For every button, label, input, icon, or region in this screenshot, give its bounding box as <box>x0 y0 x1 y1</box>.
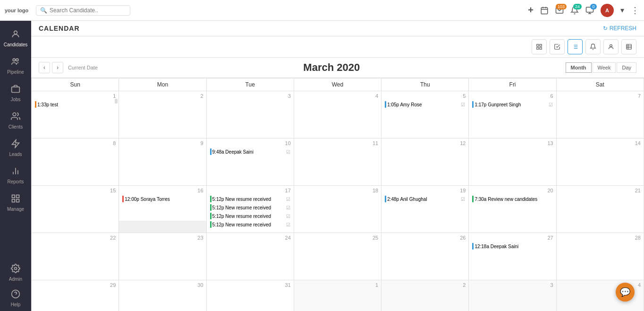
svg-point-9 <box>13 59 15 61</box>
mail-badge: 103 <box>556 4 567 9</box>
calendar-event[interactable]: 1:05p Amy Rose☑ <box>383 101 466 108</box>
calendar-day[interactable]: 3 <box>469 280 556 311</box>
check-view-button[interactable] <box>550 39 565 54</box>
calendar-day[interactable]: 2712:18a Deepak Saini <box>469 233 556 280</box>
view-buttons: Month Week Day <box>566 62 636 73</box>
person-view-button[interactable] <box>603 39 619 54</box>
calendar-day[interactable]: 23 <box>119 233 206 280</box>
calendar-event[interactable]: 5:12p New resume received☑ <box>209 204 292 211</box>
calendar-day[interactable]: 31 <box>206 280 294 311</box>
calendar-day[interactable]: 109:48a Deepak Saini☑ <box>206 138 294 186</box>
sidebar-item-reports[interactable]: Reports <box>0 163 31 188</box>
calendar-day[interactable]: 1 <box>294 280 381 311</box>
calendar-day[interactable]: 4 <box>294 91 381 138</box>
day-number: 25 <box>296 234 379 242</box>
calendar-day[interactable]: 13 <box>469 138 556 186</box>
avatar[interactable]: A <box>601 4 614 17</box>
more-options-icon[interactable]: ⋮ <box>631 5 639 16</box>
reports-icon <box>11 166 20 178</box>
calendar-day[interactable]: 11:33p test <box>32 91 119 138</box>
leads-icon <box>11 139 20 151</box>
next-month-button[interactable]: › <box>52 62 63 73</box>
calendar-day[interactable]: 2 <box>119 91 206 138</box>
search-box[interactable]: 🔍 <box>36 5 130 16</box>
calendar-day[interactable]: 8 <box>32 138 119 186</box>
sidebar-item-candidates[interactable]: Candidates <box>0 26 31 51</box>
calendar-day[interactable]: 7 <box>556 91 644 138</box>
calendar-event[interactable]: 9:48a Deepak Saini☑ <box>209 148 292 156</box>
sidebar-item-manage[interactable]: Manage <box>0 190 31 216</box>
month-view-button[interactable]: Month <box>566 62 592 73</box>
calendar-day[interactable]: 175:12p New resume received☑5:12p New re… <box>206 186 294 233</box>
calendar-day[interactable]: 3 <box>206 91 294 138</box>
table-view-button[interactable] <box>621 39 636 54</box>
page-title: CALENDAR <box>39 25 80 32</box>
sidebar-item-jobs[interactable]: Jobs <box>0 80 31 106</box>
monitor-icon[interactable]: 0 <box>585 6 594 15</box>
calendar-day[interactable]: 1612:00p Soraya Torres <box>119 186 206 233</box>
svg-rect-27 <box>540 47 542 49</box>
calendar-day[interactable]: 12 <box>381 138 469 186</box>
manage-icon <box>11 194 20 206</box>
calendar-day[interactable]: 24 <box>206 233 294 280</box>
week-view-button[interactable]: Week <box>593 62 616 73</box>
event-check-icon: ☑ <box>286 214 290 219</box>
sidebar-label-reports: Reports <box>7 179 24 184</box>
add-button[interactable]: + <box>528 5 534 16</box>
list-view-button[interactable] <box>568 39 583 54</box>
calendar-day[interactable]: 51:05p Amy Rose☑ <box>381 91 469 138</box>
calendar-day[interactable]: 61:17p Gunpreet Singh☑ <box>469 91 556 138</box>
calendar-day[interactable]: 29 <box>32 280 119 311</box>
calendar-day[interactable]: 11 <box>294 138 381 186</box>
calendar-event[interactable]: 5:12p New resume received☑ <box>209 195 292 203</box>
search-input[interactable] <box>50 7 125 14</box>
event-check-icon: ☑ <box>286 149 290 155</box>
event-text: 1:17p Gunpreet Singh <box>475 102 521 107</box>
bell-icon[interactable]: 24 <box>570 6 579 15</box>
calendar-event[interactable]: 1:17p Gunpreet Singh☑ <box>471 101 554 108</box>
calendar-event[interactable]: 5:12p New resume received☑ <box>209 212 292 220</box>
calendar-day[interactable]: 14 <box>556 138 644 186</box>
calendar-day[interactable]: 30 <box>119 280 206 311</box>
day-view-button[interactable]: Day <box>617 62 636 73</box>
calendar-day[interactable]: 207:30a Review new candidates <box>469 186 556 233</box>
calendar-event[interactable]: 12:00p Soraya Torres <box>121 195 204 203</box>
calendar-day[interactable]: 192:48p Anil Ghughal☑ <box>381 186 469 233</box>
calendar-event[interactable]: 7:30a Review new candidates <box>471 195 554 203</box>
prev-month-button[interactable]: ‹ <box>39 62 50 73</box>
calendar-day[interactable]: 18 <box>294 186 381 233</box>
calendar-day[interactable]: 15 <box>32 186 119 233</box>
calendar-event[interactable]: 12:18a Deepak Saini <box>471 242 554 250</box>
mail-icon[interactable]: 103 <box>555 6 564 15</box>
day-number: 27 <box>471 234 554 242</box>
calendar-day[interactable]: 26 <box>381 233 469 280</box>
day-number: 24 <box>209 234 292 242</box>
bell-view-button[interactable] <box>585 39 601 54</box>
sidebar-item-leads[interactable]: Leads <box>0 135 31 161</box>
svg-rect-26 <box>537 47 539 49</box>
dropdown-arrow-icon[interactable]: ▾ <box>620 6 624 15</box>
calendar-event[interactable]: 1:33p test <box>34 101 117 108</box>
calendar-day[interactable]: 25 <box>294 233 381 280</box>
calendar-day[interactable]: 2 <box>381 280 469 311</box>
calendar-event[interactable]: 2:48p Anil Ghughal☑ <box>383 195 466 203</box>
sidebar-item-clients[interactable]: Clients <box>0 108 31 133</box>
day-number: 18 <box>296 187 379 195</box>
calendar-event[interactable]: 5:12p New resume received☑ <box>209 221 292 228</box>
calendar-day[interactable]: 28 <box>556 233 644 280</box>
svg-point-10 <box>16 59 18 61</box>
calendar-icon[interactable] <box>540 6 549 15</box>
chat-bubble[interactable]: 💬 <box>616 283 635 302</box>
admin-icon <box>11 264 20 276</box>
event-color-dot <box>35 101 36 108</box>
calendar-day[interactable]: 22 <box>32 233 119 280</box>
calendar-day[interactable]: 9 <box>119 138 206 186</box>
sidebar-item-pipeline[interactable]: Pipeline <box>0 53 31 78</box>
grid-view-button[interactable] <box>532 39 547 54</box>
refresh-button[interactable]: ↻ REFRESH <box>603 25 636 32</box>
sidebar-item-help[interactable]: Help <box>0 285 31 311</box>
sidebar-item-admin[interactable]: Admin <box>0 260 31 285</box>
calendar-day[interactable]: 21 <box>556 186 644 233</box>
current-date-button[interactable]: Current Date <box>68 65 98 70</box>
col-fri: Fri <box>469 78 556 91</box>
